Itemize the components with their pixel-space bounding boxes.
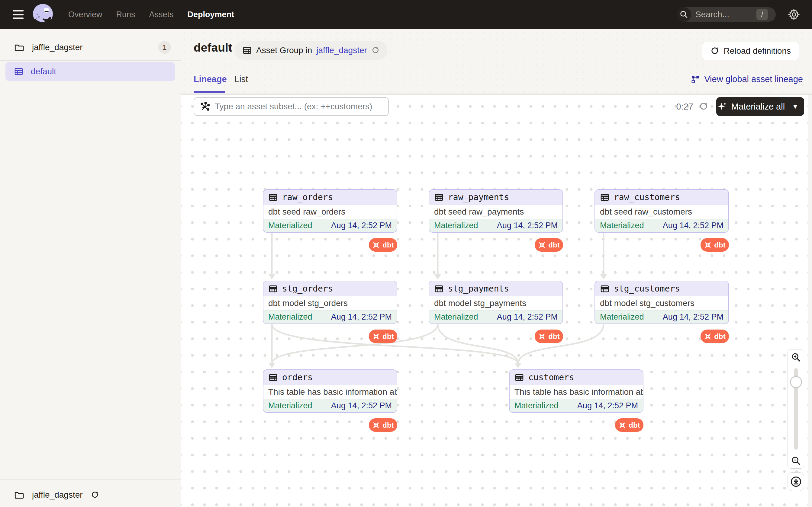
nav-right: Search... / <box>677 5 812 23</box>
asset-node-footer: Materialized Aug 14, 2:52 PM <box>263 219 397 232</box>
search-icon <box>677 7 691 22</box>
asset-group-prefix: Asset Group in <box>256 46 312 55</box>
dbt-badge-label: dbt <box>548 241 559 249</box>
dbt-badge-stg_payments[interactable]: dbt <box>535 330 563 343</box>
zoom-panel <box>788 349 804 469</box>
asset-group-pill: Asset Group in jaffle_dagster <box>235 41 388 60</box>
page-title: default <box>194 41 232 54</box>
asset-status: Materialized <box>600 221 644 230</box>
dagster-logo[interactable] <box>31 2 55 26</box>
asset-timestamp[interactable]: Aug 14, 2:52 PM <box>497 221 558 230</box>
sidebar-item-default[interactable]: default <box>5 62 175 81</box>
sidebar-footer-row: jaffle_dagster <box>14 487 171 503</box>
asset-node-header: stg_customers <box>595 281 728 296</box>
dbt-logo-icon <box>618 421 626 429</box>
table-icon <box>600 284 610 294</box>
asset-timestamp[interactable]: Aug 14, 2:52 PM <box>331 221 392 230</box>
sidebar-group-row[interactable]: jaffle_dagster 1 <box>14 38 171 57</box>
dbt-badge-raw_orders[interactable]: dbt <box>369 238 397 252</box>
asset-name: raw_customers <box>614 192 680 202</box>
view-global-asset-lineage-link[interactable]: View global asset lineage <box>691 74 803 84</box>
asset-name: stg_customers <box>614 284 680 294</box>
asset-timestamp[interactable]: Aug 14, 2:52 PM <box>331 401 392 410</box>
lineage-graph-icon <box>691 75 700 84</box>
dbt-logo-icon <box>704 333 712 340</box>
asset-subset-input[interactable]: Type an asset subset... (ex: ++customers… <box>194 97 389 116</box>
dbt-badge-customers[interactable]: dbt <box>615 418 644 432</box>
zoom-slider[interactable] <box>788 365 804 453</box>
table-icon <box>268 373 278 382</box>
search-input[interactable]: Search... / <box>677 7 776 22</box>
asset-status: Materialized <box>600 313 644 322</box>
tab-list[interactable]: List <box>235 74 248 84</box>
sidebar-divider <box>0 60 181 61</box>
asset-node-stg_payments[interactable]: stg_payments dbt model stg_payments Mate… <box>429 281 563 324</box>
dbt-badge-raw_customers[interactable]: dbt <box>701 238 729 252</box>
zoom-out-button[interactable] <box>788 453 804 469</box>
dbt-badge-raw_payments[interactable]: dbt <box>535 238 563 252</box>
asset-node-stg_customers[interactable]: stg_customers dbt model stg_customers Ma… <box>595 281 729 324</box>
dbt-badge-orders[interactable]: dbt <box>369 418 397 432</box>
page-header: default Asset Group in jaffle_dagster Re… <box>181 29 812 94</box>
search-shortcut-badge: / <box>756 9 768 20</box>
refresh-icon[interactable] <box>699 102 708 111</box>
asset-group-link[interactable]: jaffle_dagster <box>316 46 367 55</box>
graph-timer-box: 0:27 <box>663 97 708 116</box>
asset-timestamp[interactable]: Aug 14, 2:52 PM <box>331 313 392 322</box>
materialize-all-button[interactable]: Materialize all ▾ <box>716 97 804 116</box>
zoom-slider-handle[interactable] <box>790 376 802 388</box>
zoom-in-button[interactable] <box>788 349 804 365</box>
reload-definitions-label: Reload definitions <box>723 46 791 56</box>
table-icon <box>14 67 23 76</box>
sidebar-footer-label: jaffle_dagster <box>32 490 83 500</box>
asset-status: Materialized <box>268 401 312 410</box>
tab-lineage[interactable]: Lineage <box>194 74 227 84</box>
asset-description: This table has basic information about .… <box>510 385 643 399</box>
asset-name: stg_payments <box>448 284 509 294</box>
dbt-badge-label: dbt <box>714 332 725 341</box>
asset-subset-placeholder: Type an asset subset... (ex: ++customers… <box>215 102 372 111</box>
asset-timestamp[interactable]: Aug 14, 2:52 PM <box>663 221 723 230</box>
table-icon <box>514 373 524 382</box>
asset-node-raw_orders[interactable]: raw_orders dbt seed raw_orders Materiali… <box>263 189 397 233</box>
asset-selection-icon <box>200 101 210 112</box>
table-icon <box>600 192 610 202</box>
nav-item-runs[interactable]: Runs <box>116 10 135 19</box>
asset-node-orders[interactable]: orders This table has basic information … <box>263 370 397 413</box>
refresh-icon[interactable] <box>371 46 380 55</box>
asset-name: stg_orders <box>282 284 333 294</box>
folder-icon <box>14 42 24 53</box>
asset-description: dbt model stg_customers <box>595 296 728 310</box>
dbt-badge-label: dbt <box>383 332 394 341</box>
lineage-canvas[interactable]: Type an asset subset... (ex: ++customers… <box>181 95 812 507</box>
refresh-icon[interactable] <box>91 491 99 499</box>
dbt-badge-stg_orders[interactable]: dbt <box>369 330 397 343</box>
asset-node-footer: Materialized Aug 14, 2:52 PM <box>510 399 643 412</box>
reload-definitions-button[interactable]: Reload definitions <box>702 42 799 60</box>
asset-description: dbt seed raw_customers <box>595 205 728 219</box>
materialize-all-label: Materialize all <box>731 102 785 112</box>
asset-node-raw_payments[interactable]: raw_payments dbt seed raw_payments Mater… <box>429 189 563 233</box>
dbt-logo-icon <box>704 241 712 249</box>
dbt-logo-icon <box>372 241 380 249</box>
settings-gear-icon[interactable] <box>785 5 803 23</box>
materialize-dropdown-caret[interactable]: ▾ <box>786 97 804 116</box>
asset-status: Materialized <box>268 313 312 322</box>
asset-timestamp[interactable]: Aug 14, 2:52 PM <box>663 313 723 322</box>
asset-node-stg_orders[interactable]: stg_orders dbt model stg_orders Material… <box>263 281 397 324</box>
nav-item-deployment[interactable]: Deployment <box>188 10 235 19</box>
asset-timestamp[interactable]: Aug 14, 2:52 PM <box>577 401 638 410</box>
table-icon <box>434 192 444 202</box>
asset-node-raw_customers[interactable]: raw_customers dbt seed raw_customers Mat… <box>595 189 729 233</box>
nav-item-assets[interactable]: Assets <box>149 10 174 19</box>
asset-name: orders <box>282 373 313 382</box>
nav-item-overview[interactable]: Overview <box>68 10 102 19</box>
asset-node-customers[interactable]: customers This table has basic informati… <box>509 370 644 413</box>
asset-timestamp[interactable]: Aug 14, 2:52 PM <box>497 313 558 322</box>
asset-node-header: stg_orders <box>263 281 397 296</box>
top-nav: Overview Runs Assets Deployment Search..… <box>0 0 812 29</box>
materialize-all-main[interactable]: Materialize all <box>716 97 786 116</box>
hamburger-menu-icon[interactable] <box>13 10 23 19</box>
dbt-badge-stg_customers[interactable]: dbt <box>701 330 729 343</box>
asset-node-footer: Materialized Aug 14, 2:52 PM <box>429 310 562 324</box>
